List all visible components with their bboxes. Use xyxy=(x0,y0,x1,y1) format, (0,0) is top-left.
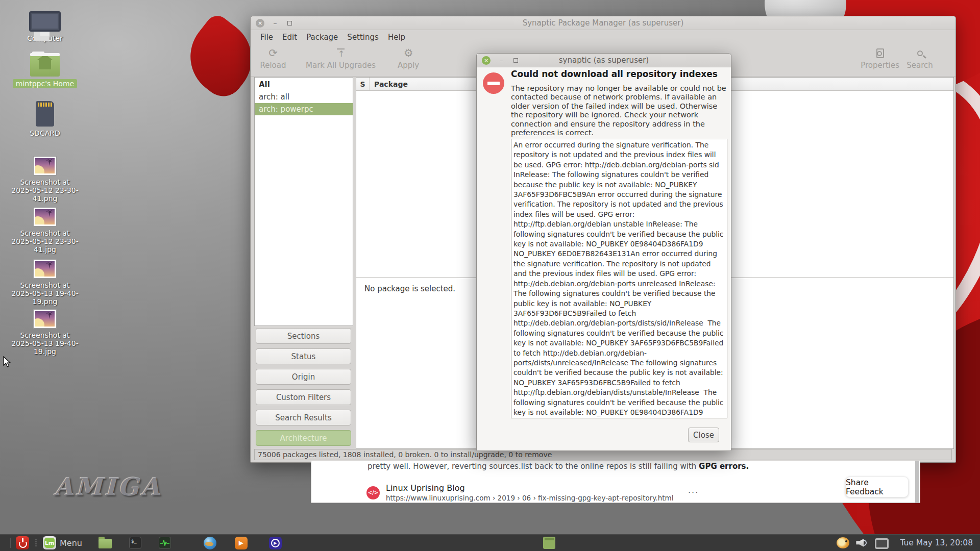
browser-window[interactable]: pretty well. However, reverting sources.… xyxy=(311,461,920,503)
dialog-titlebar[interactable]: × – synaptic (as superuser) xyxy=(477,54,731,67)
volume-tray-button[interactable] xyxy=(855,537,869,549)
menu-edit[interactable]: Edit xyxy=(278,31,302,43)
system-monitor-icon xyxy=(159,537,171,549)
system-monitor-launcher[interactable] xyxy=(159,537,171,549)
filter-arch-all[interactable]: arch: all xyxy=(255,91,353,103)
filter-list-header: All xyxy=(255,78,353,91)
apply-button[interactable]: ⚙ Apply xyxy=(393,46,424,70)
search-result[interactable]: </> Linux Uprising Blog https://www.linu… xyxy=(366,483,673,502)
close-icon[interactable]: × xyxy=(256,19,264,28)
maximize-icon[interactable] xyxy=(512,56,519,65)
desktop-icon-sdcard[interactable]: SDCARD xyxy=(10,101,80,137)
desktop-icon-home[interactable]: mintppc's Home xyxy=(10,51,80,88)
puffer-tray-icon-button[interactable] xyxy=(837,537,849,548)
speaker-icon xyxy=(855,537,869,549)
share-feedback-button[interactable]: Share Feedback xyxy=(845,477,909,497)
site-favicon-icon: </> xyxy=(366,486,380,499)
desktop-icon-screenshot-3[interactable]: Screenshot at 2025-05-13 19-40-19.png xyxy=(10,259,80,306)
menu-button[interactable]: Lm Menu xyxy=(43,536,82,549)
orange-play-icon: ▶ xyxy=(235,537,248,549)
video-player-launcher[interactable]: ▶ xyxy=(269,537,282,549)
search-result-title[interactable]: Linux Uprising Blog xyxy=(386,483,673,493)
mouse-cursor xyxy=(3,356,12,370)
computer-icon xyxy=(29,11,61,32)
taskbar: Lm Menu $_ ▶ ▶ Tue May 13, 20:08 xyxy=(0,534,980,551)
synaptic-titlebar[interactable]: × – Synaptic Package Manager (as superus… xyxy=(251,16,955,30)
desktop: AMIGA Computer mintppc's Home SDCARD Scr… xyxy=(0,0,980,551)
desktop-icon-screenshot-1[interactable]: Screenshot at 2025-05-12 23-30-41.png xyxy=(10,156,80,203)
menu-button-label: Menu xyxy=(60,538,82,548)
sidebar-button-origin[interactable]: Origin xyxy=(256,369,351,385)
taskbar-clock[interactable]: Tue May 13, 20:08 xyxy=(900,538,973,547)
desktop-icon-label: Screenshot at 2025-05-12 23-30-41.jpg xyxy=(11,229,79,254)
web-browser-launcher[interactable] xyxy=(204,537,216,549)
sidebar-button-custom-filters[interactable]: Custom Filters xyxy=(256,389,351,405)
browser-globe-icon xyxy=(204,537,216,549)
image-thumbnail-icon xyxy=(33,309,57,329)
mark-all-upgrades-button[interactable]: Mark All Upgrades xyxy=(306,46,376,70)
desktop-icon-screenshot-4[interactable]: Screenshot at 2025-05-13 19-40-19.jpg xyxy=(10,309,80,356)
desktop-icon-label: SDCARD xyxy=(30,129,60,137)
sidebar-button-status[interactable]: Status xyxy=(256,348,351,364)
apply-gear-icon: ⚙ xyxy=(404,46,413,60)
search-button[interactable]: Search xyxy=(904,46,935,70)
power-icon xyxy=(16,536,29,549)
home-folder-icon xyxy=(30,55,60,77)
pufferfish-icon xyxy=(837,537,849,548)
shutdown-button[interactable] xyxy=(16,536,29,549)
system-tray: Tue May 13, 20:08 xyxy=(834,537,980,549)
browser-scrollbar[interactable] xyxy=(915,461,919,503)
properties-button[interactable]: Properties xyxy=(861,46,899,70)
menu-settings[interactable]: Settings xyxy=(342,31,383,43)
menu-help[interactable]: Help xyxy=(383,31,410,43)
column-header-package[interactable]: Package xyxy=(370,80,408,88)
desktop-icon-screenshot-2[interactable]: Screenshot at 2025-05-12 23-30-41.jpg xyxy=(10,207,80,254)
menu-file[interactable]: File xyxy=(256,31,278,43)
sd-card-icon xyxy=(36,101,54,127)
search-result-snippet: pretty well. However, reverting sources.… xyxy=(368,462,749,471)
properties-icon xyxy=(876,46,884,60)
dialog-close-button[interactable]: Close xyxy=(688,428,719,442)
filter-arch-powerpc[interactable]: arch: powerpc xyxy=(255,103,353,115)
column-header-s[interactable]: S xyxy=(356,78,370,90)
blue-play-icon: ▶ xyxy=(269,537,282,549)
result-more-button[interactable]: ... xyxy=(688,485,699,495)
desktop-icon-label: Screenshot at 2025-05-13 19-40-19.jpg xyxy=(11,331,79,356)
sidebar-button-sections[interactable]: Sections xyxy=(256,328,351,344)
terminal-launcher[interactable]: $_ xyxy=(129,537,141,549)
image-thumbnail-icon xyxy=(33,259,57,279)
desktop-icon-computer[interactable]: Computer xyxy=(10,11,80,42)
sidebar-buttons: Sections Status Origin Custom Filters Se… xyxy=(256,328,351,446)
snippet-bold-text: GPG errors. xyxy=(699,462,749,471)
maximize-icon[interactable] xyxy=(286,19,293,28)
window-list-item-synaptic[interactable] xyxy=(288,537,555,549)
display-tray-button[interactable] xyxy=(875,537,889,549)
mint-logo-icon: Lm xyxy=(43,536,56,549)
menu-package[interactable]: Package xyxy=(302,31,342,43)
display-icon xyxy=(875,538,889,549)
minimize-icon[interactable]: – xyxy=(498,56,505,65)
window-icon xyxy=(543,537,555,549)
reload-icon: ⟳ xyxy=(268,46,278,60)
search-result-url[interactable]: https://www.linuxuprising.com › 2019 › 0… xyxy=(386,494,673,502)
dialog-heading: Could not download all repository indexe… xyxy=(511,69,725,79)
minimize-icon[interactable]: – xyxy=(272,19,279,28)
close-icon[interactable]: × xyxy=(482,56,491,65)
taskbar-grip xyxy=(35,538,37,547)
taskbar-separator xyxy=(10,538,11,548)
dialog-body-text: The repository may no longer be availabl… xyxy=(511,84,727,137)
sidebar-button-search-results[interactable]: Search Results xyxy=(256,410,351,425)
search-icon xyxy=(917,46,923,60)
wallpaper-amiga-text: AMIGA xyxy=(54,472,162,501)
desktop-icon-label: mintppc's Home xyxy=(13,79,77,88)
error-dialog: × – synaptic (as superuser) Could not do… xyxy=(476,53,731,451)
desktop-icon-label: Screenshot at 2025-05-12 23-30-41.png xyxy=(11,178,79,203)
dialog-details-textview[interactable]: An error occurred during the signature v… xyxy=(511,139,727,418)
terminal-icon: $_ xyxy=(129,537,141,549)
reload-button[interactable]: ⟳ Reload xyxy=(258,46,288,70)
media-player-launcher[interactable]: ▶ xyxy=(235,537,248,549)
sidebar-button-architecture[interactable]: Architecture xyxy=(256,430,351,446)
synaptic-menubar: File Edit Package Settings Help xyxy=(251,30,955,44)
file-manager-launcher[interactable] xyxy=(99,537,112,548)
image-thumbnail-icon xyxy=(33,156,57,176)
